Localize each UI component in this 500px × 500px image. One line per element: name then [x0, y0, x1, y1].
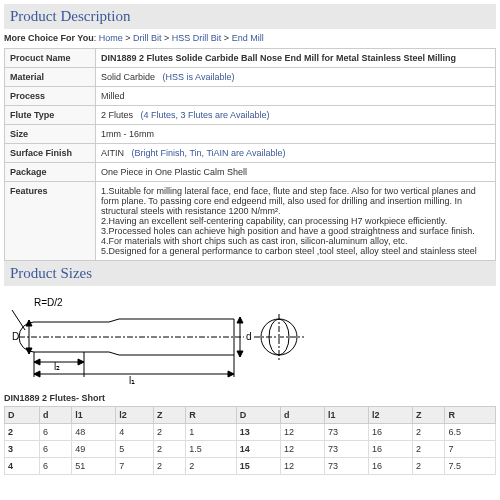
svg-line-3	[109, 352, 119, 355]
table-cell: 4	[116, 424, 154, 441]
col-header: D	[236, 407, 280, 424]
svg-text:R=D/2: R=D/2	[34, 297, 63, 308]
col-header: D	[5, 407, 40, 424]
col-header: d	[39, 407, 71, 424]
spec-table: Procuct NameDIN1889 2 Flutes Solide Carb…	[4, 48, 496, 261]
table-cell: 7.5	[445, 458, 496, 475]
table-cell: 2	[153, 458, 185, 475]
col-header: l1	[324, 407, 368, 424]
col-header: l1	[72, 407, 116, 424]
table-cell: 73	[324, 424, 368, 441]
table-cell: 14	[236, 441, 280, 458]
table-cell: 2	[413, 441, 445, 458]
table-cell: 2	[186, 458, 237, 475]
table-cell: 3	[5, 441, 40, 458]
table-cell: 2	[413, 458, 445, 475]
col-header: R	[186, 407, 237, 424]
table-cell: 6.5	[445, 424, 496, 441]
table-cell: 12	[280, 458, 324, 475]
svg-marker-16	[237, 317, 243, 323]
col-header: R	[445, 407, 496, 424]
col-header: d	[280, 407, 324, 424]
table-cell: 1	[186, 424, 237, 441]
table-cell: 13	[236, 424, 280, 441]
more-label: More Choice For You	[4, 33, 94, 43]
table-cell: 16	[368, 424, 412, 441]
table-cell: 6	[39, 441, 71, 458]
table-cell: 5	[116, 441, 154, 458]
table-cell: 2	[153, 441, 185, 458]
technical-drawing: R=D/2 D d l₂ l₁	[4, 292, 496, 387]
svg-text:l₁: l₁	[129, 375, 135, 386]
table-cell: 6	[39, 424, 71, 441]
svg-marker-24	[228, 371, 234, 377]
table-cell: 4	[5, 458, 40, 475]
link-drill[interactable]: Drill Bit	[133, 33, 162, 43]
table-cell: 2	[413, 424, 445, 441]
svg-marker-20	[78, 359, 84, 365]
sizes-caption: DIN1889 2 Flutes- Short	[4, 393, 496, 403]
svg-text:d: d	[246, 331, 252, 342]
link-hss[interactable]: HSS Drill Bit	[172, 33, 222, 43]
table-cell: 6	[39, 458, 71, 475]
svg-line-2	[109, 319, 119, 322]
svg-marker-19	[34, 359, 40, 365]
svg-marker-17	[237, 351, 243, 357]
col-header: Z	[413, 407, 445, 424]
col-header: l2	[116, 407, 154, 424]
link-home[interactable]: Home	[99, 33, 123, 43]
svg-text:D: D	[12, 331, 19, 342]
svg-marker-13	[26, 320, 32, 326]
table-cell: 16	[368, 441, 412, 458]
sizes-table: Ddl1l2ZRDdl1l2ZR 26484211312731626.53649…	[4, 406, 496, 475]
table-cell: 73	[324, 441, 368, 458]
table-cell: 16	[368, 458, 412, 475]
svg-marker-23	[34, 371, 40, 377]
section-description: Product Description	[4, 4, 496, 29]
col-header: Z	[153, 407, 185, 424]
table-cell: 51	[72, 458, 116, 475]
col-header: l2	[368, 407, 412, 424]
svg-marker-14	[26, 348, 32, 354]
table-cell: 15	[236, 458, 280, 475]
breadcrumb: More Choice For You: Home > Drill Bit > …	[4, 33, 496, 43]
table-cell: 1.5	[186, 441, 237, 458]
table-cell: 7	[116, 458, 154, 475]
table-cell: 12	[280, 441, 324, 458]
table-cell: 48	[72, 424, 116, 441]
table-cell: 2	[153, 424, 185, 441]
svg-text:l₂: l₂	[54, 361, 60, 372]
section-sizes: Product Sizes	[4, 261, 496, 286]
table-cell: 12	[280, 424, 324, 441]
table-cell: 49	[72, 441, 116, 458]
table-cell: 2	[5, 424, 40, 441]
link-end[interactable]: End Mill	[232, 33, 264, 43]
table-cell: 73	[324, 458, 368, 475]
table-cell: 7	[445, 441, 496, 458]
